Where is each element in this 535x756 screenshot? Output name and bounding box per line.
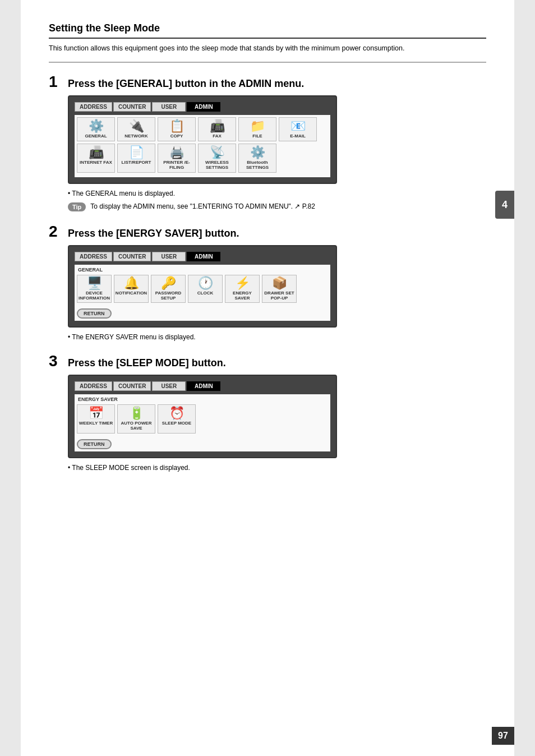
menu-autopowersave[interactable]: 🔋 AUTO POWER SAVE <box>117 404 155 434</box>
menu-weeklytimer[interactable]: 📅 WEEKLY TIMER <box>77 404 115 434</box>
menu-clock[interactable]: 🕐 CLOCK <box>188 275 223 303</box>
menu-drawerset[interactable]: 📦 DRAWER SET POP-UP <box>262 275 297 303</box>
step-1-number: 1 <box>49 74 62 90</box>
page-number: 97 <box>492 727 514 745</box>
file-label: FILE <box>252 133 262 139</box>
file-icon: 📁 <box>250 120 265 132</box>
step-2-tabs: ADDRESS COUNTER USER ADMIN <box>75 252 330 261</box>
tab-counter-1[interactable]: COUNTER <box>113 102 151 112</box>
password-label: PASSWORD SETUP <box>153 291 184 301</box>
menu-notification[interactable]: 🔔 NOTIFICATION <box>114 275 149 303</box>
step-2: 2 Press the [ENERGY SAVER] button. ADDRE… <box>49 224 486 341</box>
network-icon: 🔌 <box>129 120 144 132</box>
tab-admin-1[interactable]: ADMIN <box>187 102 220 112</box>
step-2-number: 2 <box>49 224 62 239</box>
menu-deviceinfo[interactable]: 🖥️ DEVICE INFORMATION <box>77 275 112 303</box>
clock-icon: 🕐 <box>198 277 213 289</box>
password-icon: 🔑 <box>161 277 176 289</box>
deviceinfo-label: DEVICE INFORMATION <box>79 291 110 301</box>
menu-fax[interactable]: 📠 FAX <box>198 117 236 141</box>
bluetooth-icon: ⚙️ <box>250 146 265 159</box>
step-3-header: 3 Press the [SLEEP MODE] button. <box>49 353 486 369</box>
menu-energysaver[interactable]: ⚡ ENERGY SAVER <box>225 275 260 303</box>
energysaver-label: ENERGY SAVER <box>227 291 258 301</box>
bluetooth-label: Bluetooth SETTINGS <box>240 160 275 170</box>
notification-icon: 🔔 <box>124 277 139 289</box>
step-3-menu-row: 📅 WEEKLY TIMER 🔋 AUTO POWER SAVE ⏰ SLEEP… <box>77 404 328 434</box>
step-1-title: Press the [GENERAL] button in the ADMIN … <box>68 78 304 90</box>
step-2-return-area: RETURN <box>77 306 328 319</box>
step-1-menu-row-1: ⚙️ GENERAL 🔌 NETWORK 📋 COPY 📠 FAX <box>77 117 328 141</box>
general-label: GENERAL <box>85 133 107 139</box>
return-button-2[interactable]: RETURN <box>77 308 112 319</box>
step-3-screen: ADDRESS COUNTER USER ADMIN ENERGY SAVER … <box>68 375 337 458</box>
tab-address-2[interactable]: ADDRESS <box>75 252 112 261</box>
step-1-header: 1 Press the [GENERAL] button in the ADMI… <box>49 74 486 90</box>
general-icon: ⚙️ <box>89 120 104 132</box>
sleepmode-icon: ⏰ <box>169 407 185 420</box>
menu-copy[interactable]: 📋 COPY <box>158 117 196 141</box>
tab-counter-2[interactable]: COUNTER <box>113 252 151 261</box>
network-label: NETWORK <box>124 133 147 139</box>
step-3: 3 Press the [SLEEP MODE] button. ADDRESS… <box>49 353 486 472</box>
printer-icon: 🖨️ <box>169 146 185 159</box>
step-2-section-label: GENERAL <box>77 267 328 273</box>
tab-user-2[interactable]: USER <box>152 252 186 261</box>
wireless-label: WIRELESS SETTINGS <box>200 160 234 170</box>
menu-file[interactable]: 📁 FILE <box>238 117 276 141</box>
step-3-return-area: RETURN <box>77 437 328 449</box>
tab-user-1[interactable]: USER <box>152 102 186 112</box>
drawerset-icon: 📦 <box>272 277 287 289</box>
menu-network[interactable]: 🔌 NETWORK <box>117 117 155 141</box>
menu-listreport[interactable]: 📄 LIST/REPORT <box>117 144 155 173</box>
tab-admin-3[interactable]: ADMIN <box>187 381 220 391</box>
fax-icon: 📠 <box>210 120 225 132</box>
step-1-menu-row-2: 📠 INTERNET FAX 📄 LIST/REPORT 🖨️ PRINTER … <box>77 144 328 173</box>
listreport-icon: 📄 <box>129 146 144 159</box>
printer-label: PRINTER /E-FILING <box>159 160 194 170</box>
step-2-screen: ADDRESS COUNTER USER ADMIN GENERAL 🖥️ DE… <box>68 245 337 328</box>
intro-text: This function allows this equipment goes… <box>49 43 486 63</box>
step-1-tabs: ADDRESS COUNTER USER ADMIN <box>75 102 330 112</box>
tip-text: To display the ADMIN menu, see "1.ENTERI… <box>90 202 315 211</box>
step-1-screen: ADDRESS COUNTER USER ADMIN ⚙️ GENERAL 🔌 … <box>68 95 337 184</box>
clock-label: CLOCK <box>197 291 213 296</box>
tab-admin-2[interactable]: ADMIN <box>187 252 220 261</box>
step-2-title: Press the [ENERGY SAVER] button. <box>68 228 239 239</box>
menu-password[interactable]: 🔑 PASSWORD SETUP <box>151 275 186 303</box>
tip-box: Tip To display the ADMIN menu, see "1.EN… <box>68 202 486 211</box>
tab-address-1[interactable]: ADDRESS <box>75 102 112 112</box>
step-1-menu-area: ⚙️ GENERAL 🔌 NETWORK 📋 COPY 📠 FAX <box>75 115 330 177</box>
menu-email[interactable]: 📧 E-MAIL <box>279 117 317 141</box>
internetfax-icon: 📠 <box>89 146 104 159</box>
fax-label: FAX <box>213 133 222 139</box>
menu-sleepmode[interactable]: ⏰ SLEEP MODE <box>158 404 196 434</box>
copy-icon: 📋 <box>169 120 185 132</box>
step-3-title: Press the [SLEEP MODE] button. <box>68 357 226 369</box>
listreport-label: LIST/REPORT <box>122 160 151 165</box>
step-2-bullet: The ENERGY SAVER menu is displayed. <box>68 333 486 341</box>
step-3-menu-area: ENERGY SAVER 📅 WEEKLY TIMER 🔋 AUTO POWER… <box>75 394 330 451</box>
return-button-3[interactable]: RETURN <box>77 439 112 449</box>
autopowersave-icon: 🔋 <box>129 407 144 420</box>
tab-user-3[interactable]: USER <box>152 381 186 391</box>
menu-wireless[interactable]: 📡 WIRELESS SETTINGS <box>198 144 236 173</box>
energysaver-icon: ⚡ <box>235 277 250 289</box>
step-2-menu-row: 🖥️ DEVICE INFORMATION 🔔 NOTIFICATION 🔑 P… <box>77 275 328 303</box>
menu-general[interactable]: ⚙️ GENERAL <box>77 117 115 141</box>
weeklytimer-label: WEEKLY TIMER <box>79 421 113 426</box>
internetfax-label: INTERNET FAX <box>80 160 112 165</box>
menu-internetfax[interactable]: 📠 INTERNET FAX <box>77 144 115 173</box>
menu-bluetooth[interactable]: ⚙️ Bluetooth SETTINGS <box>238 144 276 173</box>
menu-printer[interactable]: 🖨️ PRINTER /E-FILING <box>158 144 196 173</box>
tab-address-3[interactable]: ADDRESS <box>75 381 112 391</box>
page-container: 4 Setting the Sleep Mode This function a… <box>21 0 514 756</box>
wireless-icon: 📡 <box>210 146 225 159</box>
notification-label: NOTIFICATION <box>116 291 147 296</box>
tip-badge: Tip <box>68 202 86 211</box>
step-1: 1 Press the [GENERAL] button in the ADMI… <box>49 74 486 211</box>
tab-counter-3[interactable]: COUNTER <box>113 381 151 391</box>
step-2-header: 2 Press the [ENERGY SAVER] button. <box>49 224 486 239</box>
drawerset-label: DRAWER SET POP-UP <box>264 291 295 301</box>
step-3-tabs: ADDRESS COUNTER USER ADMIN <box>75 381 330 391</box>
